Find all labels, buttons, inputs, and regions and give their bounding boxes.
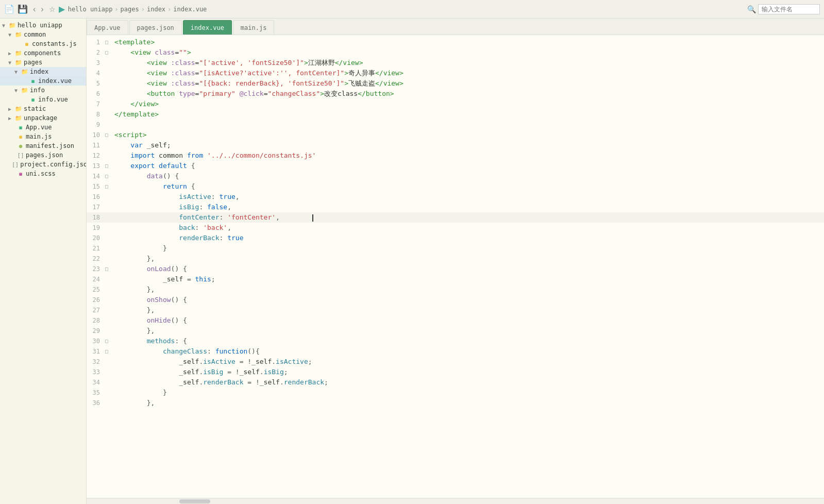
code-line: 24 _self = this; [87, 274, 824, 284]
code-content: var _self; [112, 140, 824, 150]
nav-back-button[interactable]: ‹ [31, 4, 38, 15]
tab-index-vue[interactable]: index.vue [183, 20, 232, 35]
tab-pages-json[interactable]: pages.json [129, 20, 182, 35]
sidebar-item-project-config[interactable]: [] project.config.json [0, 160, 86, 169]
code-content: } [112, 243, 824, 254]
sidebar-label: hello uniapp [18, 22, 62, 29]
line-number: 18 [87, 212, 105, 223]
code-content: onShow() { [112, 295, 824, 305]
sidebar-item-uni-scss[interactable]: ◼ uni.scss [0, 169, 86, 178]
code-content: back: 'back', [112, 223, 824, 233]
line-number: 23 [87, 264, 105, 274]
expand-arrow: ▼ [14, 69, 20, 75]
code-line: 25 }, [87, 284, 824, 295]
code-line: 13 □ export default { [87, 161, 824, 171]
fold-icon[interactable]: □ [105, 47, 112, 58]
nav-forward-button[interactable]: › [39, 4, 45, 15]
code-content: methods: { [112, 336, 824, 346]
fold-icon[interactable]: □ [105, 181, 112, 192]
main-layout: ▼ 📁 hello uniapp ▼ 📁 common ◼ constants.… [0, 19, 824, 504]
fold-icon[interactable]: □ [105, 264, 112, 274]
code-content: <template> [112, 37, 824, 47]
sidebar-item-pages[interactable]: ▼ 📁 pages [0, 58, 86, 67]
folder-icon: 📁 [21, 69, 28, 75]
breadcrumb-sep-3: › [167, 6, 171, 13]
folder-icon: 📁 [9, 22, 16, 29]
sidebar-item-static[interactable]: ▶ 📁 static [0, 104, 86, 113]
code-line: 31 □ changeClass: function(){ [87, 346, 824, 357]
sidebar-label: common [24, 31, 46, 38]
code-line: 8 </template> [87, 109, 824, 120]
line-number: 5 [87, 78, 105, 89]
search-input[interactable] [758, 4, 820, 14]
star-button[interactable]: ☆ [49, 5, 56, 13]
code-content: onLoad() { [112, 264, 824, 274]
sidebar-item-manifest[interactable]: ● manifest.json [0, 141, 86, 150]
fold-icon[interactable]: □ [105, 37, 112, 47]
code-editor[interactable]: 1 □ <template> 2 □ <view class=""> 3 <vi… [87, 35, 824, 498]
code-line: 11 var _self; [87, 140, 824, 150]
json-file-icon: [] [12, 161, 19, 168]
code-line: 33 _self.isBig = !_self.isBig; [87, 367, 824, 377]
sidebar-item-components[interactable]: ▶ 📁 components [0, 48, 86, 58]
code-content: }, [112, 326, 824, 336]
sidebar-item-constants[interactable]: ◼ constants.js [0, 39, 86, 48]
vue-file-icon: ◼ [17, 124, 24, 131]
folder-icon: 📁 [15, 59, 22, 66]
line-number: 33 [87, 367, 105, 377]
code-line: 21 } [87, 243, 824, 254]
code-line: 15 □ return { [87, 181, 824, 192]
line-number: 8 [87, 109, 105, 120]
line-number: 21 [87, 243, 105, 254]
breadcrumb-sep-1: › [114, 6, 118, 13]
breadcrumb-index[interactable]: index [147, 6, 165, 13]
sidebar-item-pages-json[interactable]: [] pages.json [0, 150, 86, 160]
sidebar-item-app-vue[interactable]: ◼ App.vue [0, 123, 86, 132]
code-line: 10 □ <script> [87, 130, 824, 140]
sidebar-item-root[interactable]: ▼ 📁 hello uniapp [0, 21, 86, 30]
save-icon[interactable]: 💾 [18, 4, 28, 14]
line-number: 25 [87, 284, 105, 295]
line-number: 12 [87, 150, 105, 161]
line-number: 16 [87, 192, 105, 202]
code-content: isActive: true, [112, 192, 824, 202]
breadcrumb-pages[interactable]: pages [121, 6, 139, 13]
tab-main-js[interactable]: main.js [233, 20, 275, 35]
line-number: 35 [87, 388, 105, 398]
code-content: }, [112, 254, 824, 264]
tab-app-vue[interactable]: App.vue [87, 20, 128, 35]
sidebar-item-index-folder[interactable]: ▼ 📁 index [0, 67, 86, 76]
code-content: renderBack: true [112, 233, 824, 243]
sidebar-item-unpackage[interactable]: ▶ 📁 unpackage [0, 113, 86, 123]
code-content: </template> [112, 109, 824, 120]
sidebar-item-index-vue[interactable]: ◼ index.vue [0, 76, 86, 86]
code-line: 18 fontCenter: 'fontCenter', [87, 212, 824, 223]
expand-arrow: ▶ [8, 115, 13, 121]
sidebar-item-info-folder[interactable]: ▼ 📁 info [0, 86, 86, 95]
expand-arrow: ▶ [8, 106, 13, 112]
code-line: 20 renderBack: true [87, 233, 824, 243]
bottom-scrollbar[interactable] [87, 498, 824, 504]
sidebar-item-common[interactable]: ▼ 📁 common [0, 30, 86, 39]
editor-area: App.vue pages.json index.vue main.js 1 □… [87, 19, 824, 504]
expand-arrow: ▼ [8, 60, 13, 65]
code-content: isBig: false, [112, 202, 824, 212]
fold-icon[interactable]: □ [105, 130, 112, 140]
breadcrumb-root[interactable]: hello uniapp [68, 6, 113, 13]
sidebar: ▼ 📁 hello uniapp ▼ 📁 common ◼ constants.… [0, 19, 87, 504]
js-file-icon: ◼ [23, 41, 30, 47]
fold-icon[interactable]: □ [105, 171, 112, 181]
run-button[interactable]: ▶ [59, 4, 65, 14]
vue-file-icon: ◼ [29, 78, 37, 85]
sidebar-item-info-vue[interactable]: ◼ info.vue [0, 95, 86, 104]
fold-icon[interactable]: □ [105, 346, 112, 357]
fold-icon[interactable]: □ [105, 161, 112, 171]
sidebar-item-main-js[interactable]: ◼ main.js [0, 132, 86, 141]
json-file-icon: [] [17, 152, 24, 159]
breadcrumb-file[interactable]: index.vue [173, 6, 207, 13]
sidebar-label: App.vue [26, 124, 52, 131]
code-content: _self = this; [112, 274, 824, 284]
fold-icon[interactable]: □ [105, 336, 112, 346]
line-number: 27 [87, 305, 105, 315]
file-icon[interactable]: 📄 [4, 4, 14, 14]
